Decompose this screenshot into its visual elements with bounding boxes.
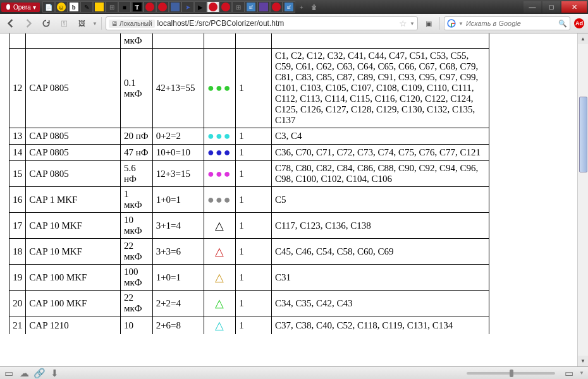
cell-symbol: △ [204,213,236,239]
cell-qty: 1 [236,49,272,128]
cell-index: 17 [9,213,26,239]
trash-button[interactable]: 🗑 [308,1,321,13]
tab[interactable] [270,1,283,13]
tab-icon: T [133,3,142,11]
sync-icon[interactable]: 🔗 [34,368,44,378]
tab[interactable]: b [68,1,80,13]
tab[interactable] [156,1,169,13]
tab[interactable]: sf [245,1,257,13]
cell-index: 15 [9,161,26,187]
cell-value: 10 [121,316,153,335]
cell-type: CAP 100 MKF [26,291,121,316]
toolbar: ⚿ 🖼 ▼ 🖥 Локальный localhost/E:/src/PCBCo… [0,14,588,33]
image-icon[interactable]: 🖼 [75,16,89,30]
cell-index: 18 [9,239,26,265]
tab[interactable]: ✎ [80,1,93,13]
tab[interactable]: sf [283,1,295,13]
tab-icon: 📄 [44,3,53,11]
component-table: мкФ12CAP 08050.1 мкФ42+13=55●●●1C1, C2, … [9,33,489,334]
tab-icon: ➤ [183,3,192,11]
tab[interactable]: ➤ [181,1,194,13]
search-bar[interactable]: ▼ 🔍 [444,16,570,30]
zoom-thumb[interactable] [510,370,513,377]
panel-icon[interactable]: ▭ [4,368,14,378]
back-button[interactable] [4,16,18,30]
tab-active[interactable] [207,1,219,13]
close-button[interactable]: ✕ [561,1,587,13]
cell-refs: C78, C80, C82, C84, C86, C88, C90, C92, … [271,161,489,187]
cell-count: 42+13=55 [152,49,204,128]
new-tab-button[interactable]: + [295,1,308,13]
cell-type: CAP 0805 [26,128,121,145]
tab[interactable]: T [131,1,144,13]
camera-icon[interactable]: ▣ [422,16,436,30]
maximize-button[interactable]: □ [542,1,560,13]
cell-count: 10+0=10 [152,145,204,161]
key-icon[interactable]: ⚿ [57,16,71,30]
star-icon[interactable]: ☆ [399,18,407,28]
cell-refs: C34, C35, C42, C43 [271,291,489,316]
tab[interactable]: ■ [118,1,131,13]
pencil-icon: ✎ [82,3,91,11]
cell-index: 21 [9,316,26,335]
cell-type: CAP 0805 [26,145,121,161]
cell-qty: 1 [236,291,272,316]
tab[interactable] [169,1,181,13]
download-icon[interactable]: ⬇ [49,368,59,378]
tab[interactable]: ⊞ [106,1,118,13]
tab[interactable] [93,1,106,13]
adblock-icon[interactable]: Ad [574,18,584,28]
separator [439,17,440,30]
tab[interactable]: ☺ [55,1,68,13]
forward-button[interactable] [21,16,35,30]
table-row: 14CAP 080547 нФ10+0=10●●●1C36, C70, C71,… [9,145,489,161]
opera-menu-button[interactable]: Opera ▾ [1,3,40,12]
tab[interactable] [144,1,156,13]
cell-count: 2+2=4 [152,291,204,316]
chevron-down-icon[interactable]: ▼ [579,370,584,376]
computer-icon: 🖥 [111,20,118,27]
cell-qty: 1 [236,213,272,239]
vertical-scrollbar[interactable]: ▲ ▼ [577,33,588,366]
local-label: Локальный [119,20,152,27]
cell [152,33,204,49]
cell-type: CAP 1210 [26,316,121,335]
page-viewport[interactable]: мкФ12CAP 08050.1 мкФ42+13=55●●●1C1, C2, … [0,33,577,366]
cell-symbol: △ [204,316,236,335]
chevron-down-icon[interactable]: ▼ [458,21,463,27]
cell-index: 20 [9,291,26,316]
opera-icon [158,3,167,11]
cell-type: CAP 1 MKF [26,187,121,213]
cell-count: 0+2=2 [152,128,204,145]
scroll-down-button[interactable]: ▼ [578,356,588,366]
cell-refs: C36, C70, C71, C72, C73, C74, C75, C76, … [271,145,489,161]
zoom-fit-icon[interactable]: ▭ [564,368,574,378]
minimize-button[interactable]: — [524,1,541,13]
scroll-thumb[interactable] [579,97,587,172]
reload-button[interactable] [39,16,53,30]
tab[interactable] [257,1,270,13]
scroll-up-button[interactable]: ▲ [578,33,588,44]
tab-icon [171,3,180,11]
address-bar[interactable]: 🖥 Локальный localhost/E:/src/PCBColorize… [106,16,418,30]
tab[interactable]: ⊞ [232,1,245,13]
search-icon[interactable]: 🔍 [558,20,567,28]
cloud-icon[interactable]: ☁ [19,368,29,378]
cell-qty: 1 [236,187,272,213]
cell-count: 3+1=4 [152,213,204,239]
cell-index: 19 [9,265,26,291]
tab[interactable] [219,1,232,13]
chevron-down-icon[interactable]: ▼ [410,21,415,27]
zoom-slider[interactable] [467,372,555,375]
tab[interactable]: 📄 [42,1,55,13]
chevron-down-icon[interactable]: ▼ [92,21,97,27]
sf-icon: sf [285,3,293,11]
search-input[interactable] [466,20,556,27]
tab-icon [95,3,104,11]
cell-index: 12 [9,49,26,128]
tab[interactable]: ▶ [194,1,207,13]
opera-icon [272,3,281,11]
cell-refs: C31 [271,265,489,291]
cell-qty: 1 [236,145,272,161]
cell-type: CAP 0805 [26,49,121,128]
